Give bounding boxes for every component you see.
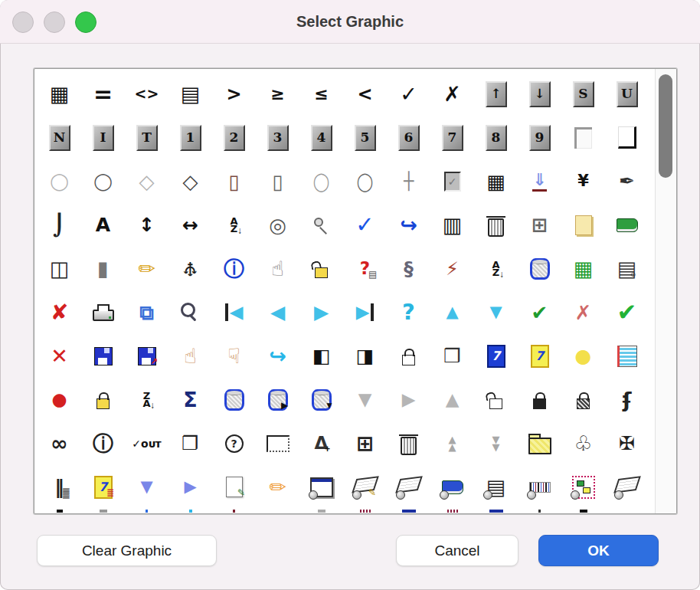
rect-gray-icon[interactable]: ▯ — [256, 159, 299, 203]
calculator-icon[interactable]: ▦ — [474, 159, 518, 203]
lightbulb-icon[interactable]: ● — [561, 334, 605, 378]
check-out-icon[interactable]: ✓ᴏᴜᴛ — [125, 421, 168, 465]
ink-bottle-icon[interactable]: ✒ — [605, 159, 649, 203]
triangle-up-gray-icon[interactable]: ▲ — [430, 378, 474, 421]
next-record-icon[interactable]: ▶ — [299, 290, 343, 334]
letter-a-icon[interactable]: A — [81, 203, 125, 247]
scrollbar-track[interactable] — [655, 69, 676, 513]
add-triangle-icon[interactable]: Δ+ — [299, 421, 343, 465]
redo-cyan-icon[interactable]: ↪ — [256, 334, 299, 378]
boxes-stack-icon[interactable]: ❒ — [430, 334, 474, 378]
paintbrush-icon[interactable]: ♆ — [168, 247, 212, 290]
corner-bottom-right-icon[interactable] — [605, 116, 649, 159]
seven-stack-icon[interactable]: 7≣ — [81, 465, 125, 509]
first-record-icon[interactable]: ◀ — [212, 290, 256, 334]
seven-card-blue-icon[interactable]: 7 — [474, 334, 518, 378]
clipped-icon[interactable] — [212, 509, 256, 514]
hand-stop-icon[interactable]: ☝ — [256, 247, 299, 290]
oval-light-icon[interactable]: ◯ — [299, 159, 343, 203]
quill-pen-icon[interactable]: ʄ — [605, 378, 649, 421]
trash-icon[interactable] — [474, 203, 518, 247]
ok-button[interactable]: OK — [538, 535, 659, 566]
database-icon[interactable] — [518, 247, 561, 290]
document-list-icon[interactable]: ▤ — [168, 72, 212, 116]
btn-i-icon[interactable]: I — [81, 116, 125, 159]
equals-icon[interactable]: = — [81, 72, 125, 116]
cancel-button[interactable]: Cancel — [396, 535, 518, 566]
pencil-orange-icon[interactable]: ✏ — [256, 465, 299, 509]
spreadsheet-icon[interactable]: ▦ — [38, 72, 81, 116]
btn-6-icon[interactable]: 6 — [387, 116, 430, 159]
barcode-icon[interactable] — [518, 465, 561, 509]
database-2-icon[interactable] — [212, 378, 256, 421]
note-yellow-icon[interactable] — [561, 203, 605, 247]
cross-thin-icon[interactable]: ✕ — [38, 334, 81, 378]
sort-az-big-icon[interactable]: A Z↓ — [474, 247, 518, 290]
delete-red-icon[interactable]: ✘ — [38, 290, 81, 334]
clipped-icon[interactable] — [518, 509, 561, 514]
close-button[interactable] — [12, 11, 34, 33]
triangle-down-gray-icon[interactable]: ▼ — [343, 378, 387, 421]
triangle-down-violet-icon[interactable]: ▼ — [125, 465, 168, 509]
lock-black-icon[interactable] — [518, 378, 561, 421]
zoom-button[interactable] — [75, 11, 96, 33]
btn-n-icon[interactable]: N — [38, 116, 81, 159]
lock-yellow-icon[interactable] — [81, 378, 125, 421]
contrast-one-icon[interactable]: ◧ — [299, 334, 343, 378]
striped-list-icon[interactable] — [605, 334, 649, 378]
database-down-icon[interactable]: ▼ — [299, 378, 343, 421]
btn-5-icon[interactable]: 5 — [343, 116, 387, 159]
btn-8-icon[interactable]: 8 — [474, 116, 518, 159]
checkbox-checked-icon[interactable]: ✓ — [430, 159, 474, 203]
btn-3-icon[interactable]: 3 — [256, 116, 299, 159]
less-than-icon[interactable]: < — [343, 72, 387, 116]
lock-mesh-icon[interactable] — [561, 378, 605, 421]
layout-blank-icon[interactable] — [387, 465, 430, 509]
script-scroll-icon[interactable]: § — [387, 247, 430, 290]
eyeglasses-icon[interactable]: ∞ — [38, 421, 81, 465]
angle-brackets-icon[interactable]: <> — [125, 72, 168, 116]
run-person-icon[interactable]: ⚡ — [430, 247, 474, 290]
toggle-bars-icon[interactable]: ‖▓ — [38, 465, 81, 509]
clear-graphic-button[interactable]: Clear Graphic — [37, 535, 217, 566]
last-record-icon[interactable]: ▶ — [343, 290, 387, 334]
resize-horizontal-icon[interactable]: ↔ — [168, 203, 212, 247]
save-as-floppy-icon[interactable]: ↗ — [125, 334, 168, 378]
find-document-icon[interactable]: ▤○ — [605, 247, 649, 290]
previous-record-icon[interactable]: ◀ — [256, 290, 299, 334]
btn-9-icon[interactable]: 9 — [518, 116, 561, 159]
help-cyan-icon[interactable]: ? — [387, 290, 430, 334]
seven-card-yellow-icon[interactable]: 7 — [518, 334, 561, 378]
crosshair-icon[interactable]: ┼ — [387, 159, 430, 203]
door-closed-icon[interactable]: ▮ — [81, 247, 125, 290]
circle-dark-icon[interactable]: ◯ — [81, 159, 125, 203]
btn-s-icon[interactable]: S — [561, 72, 605, 116]
sigma-icon[interactable]: Σ — [168, 378, 212, 421]
double-down-icon[interactable]: ▼ ▼ — [474, 421, 518, 465]
btn-1-icon[interactable]: 1 — [168, 116, 212, 159]
btn-7-icon[interactable]: 7 — [430, 116, 474, 159]
clipped-icon[interactable] — [561, 509, 605, 514]
book-green-icon[interactable] — [605, 203, 649, 247]
door-open-icon[interactable]: ◫ — [38, 247, 81, 290]
check-blue-icon[interactable]: ✓ — [343, 203, 387, 247]
cross-icon[interactable]: ✗ — [430, 72, 474, 116]
checkmark-icon[interactable]: ✓ — [387, 72, 430, 116]
btn-arrow-up-icon[interactable]: ↑ — [474, 72, 518, 116]
marquee-icon[interactable] — [256, 421, 299, 465]
pushpin-icon[interactable] — [299, 203, 343, 247]
report-columns-icon[interactable]: ▥ — [430, 203, 474, 247]
contrast-two-icon[interactable]: ◨ — [343, 334, 387, 378]
shield-cross-icon[interactable]: ✠ — [605, 421, 649, 465]
clipped-icon[interactable] — [38, 509, 81, 514]
triangle-right-gray-icon[interactable]: ▶ — [387, 378, 430, 421]
clipped-icon[interactable] — [474, 509, 518, 514]
btn-4-icon[interactable]: 4 — [299, 116, 343, 159]
clipped-icon[interactable] — [125, 509, 168, 514]
check-green-icon[interactable]: ✔ — [518, 290, 561, 334]
sheet-green-icon[interactable]: ▦ — [561, 247, 605, 290]
selection-dotted-icon[interactable] — [561, 465, 605, 509]
resize-vertical-icon[interactable]: ↕ — [125, 203, 168, 247]
help-list-icon[interactable]: ?▤ — [343, 247, 387, 290]
btn-arrow-down-icon[interactable]: ↓ — [518, 72, 561, 116]
